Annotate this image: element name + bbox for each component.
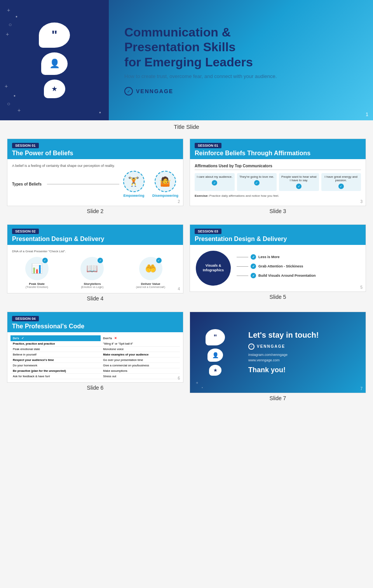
deliver-value-sub: (and not a Commercial!)	[136, 286, 165, 288]
point-check-2: ✓	[251, 264, 256, 269]
peak-state-label: Peak State	[25, 282, 49, 286]
s7-star-bubble: ★	[209, 365, 221, 376]
check-icon-4: ✓	[338, 184, 344, 189]
slide3-title: Reinforce Beliefs Through Affirmations	[195, 150, 361, 157]
slide2: SESSION 01 The Power of Beliefs A belief…	[7, 139, 183, 206]
s7-person-bubble: 👤	[207, 349, 223, 362]
title-left-panel: + • ○ + + • ○ + • " 👤 ★	[0, 0, 109, 120]
person-bubble-icon: 👤	[41, 52, 68, 75]
plus-icon2: +	[6, 31, 9, 37]
s7-website: www.venngage.com	[248, 357, 358, 363]
affirmations-subtitle: Affirmations Used by Top Communicators	[195, 164, 361, 170]
storytellers-icon-box: ✓ 📖	[80, 257, 104, 280]
deliver-value-item: ✓ 🤲 Deliver Value (and not a Commercial!…	[136, 257, 165, 288]
slide3-session-badge: SESSION 01	[195, 143, 221, 148]
affirmation-card-3: People want to hear what I have to say. …	[279, 173, 319, 191]
point-check-1: ✓	[251, 254, 256, 260]
slide5-body: Visuals & Infographics ✓ Less is More ✓ …	[190, 245, 366, 291]
slide2-num: 2	[178, 199, 180, 204]
s7-quote-mark: "	[214, 333, 217, 342]
dna-text: DNA of a Great Presenter "Check List".	[12, 250, 178, 253]
beliefs-row: Types of Beliefs 🏋 Empowering 🤷	[12, 171, 178, 198]
disempowering-label: Disempowering	[152, 194, 178, 198]
donts-cell: Stress out	[101, 374, 180, 379]
circle-icon2: ○	[7, 101, 10, 107]
affirmation-card-2: They're going to love me. ✓	[237, 173, 277, 191]
star-icon: ★	[51, 85, 58, 93]
donts-cell: Monotone voice	[101, 347, 180, 352]
title-slide: + • ○ + + • ○ + • " 👤 ★ Communication & …	[0, 0, 373, 135]
slide6-wrapper: SESSION 04 The Professional's Code Do's …	[4, 309, 186, 408]
slide2-body: A belief is a feeling of certainty that …	[7, 159, 183, 206]
affirmation-card-4: I have great energy and passion. ✓	[321, 173, 361, 191]
deliver-check-icon: ✓	[156, 258, 162, 263]
dos-header: Do's ✓	[10, 335, 101, 341]
quote-mark: "	[51, 29, 57, 41]
empowering-circle: 🏋	[123, 171, 145, 192]
slides-grid: SESSION 01 The Power of Beliefs A belief…	[0, 135, 373, 408]
storytellers-item: ✓ 📖 Storytellers (Emotion vs Logic)	[80, 257, 104, 288]
slide7-caption: Slide 7	[190, 393, 366, 405]
affirmation-card-1: I care about my audience. ✓	[195, 173, 235, 191]
slide3-body: Affirmations Used by Top Communicators I…	[190, 159, 366, 206]
slide4-header: SESSION 02 Presentation Design & Deliver…	[7, 225, 183, 245]
point-2: ✓ Grab Attention - Stickiness	[237, 264, 360, 269]
slide6-body: Do's ✓ Don'ts ✕ Practice, practice and p…	[7, 332, 183, 382]
main-title: Communication & Presentation Skills for …	[124, 25, 357, 69]
slide2-wrapper: SESSION 01 The Power of Beliefs A belief…	[4, 135, 186, 221]
s7-plus2: +	[196, 380, 198, 385]
dos-cell: Peak emotional state	[10, 347, 101, 352]
story-check-icon: ✓	[98, 258, 103, 263]
dot-line-1	[237, 257, 248, 257]
point-label-1: Less is More	[258, 255, 280, 259]
visuals-circle: Visuals & Infographics	[196, 251, 231, 286]
s7-star-icon: ★	[213, 368, 218, 373]
brand-label: VENNGAGE	[136, 88, 173, 94]
slide4-session-badge: SESSION 02	[12, 229, 39, 234]
quote-bubble-icon: "	[39, 23, 70, 48]
slide2-session-badge: SESSION 01	[12, 143, 39, 148]
deliver-value-label: Deliver Value	[136, 282, 165, 286]
donts-cell: Go over your presentation time	[101, 357, 180, 363]
point-check-3: ✓	[251, 273, 256, 278]
disempowering-circle: 🤷	[155, 171, 176, 192]
point-label-2: Grab Attention - Stickiness	[258, 264, 303, 268]
slide-number: 1	[366, 112, 368, 117]
donts-cell: Make assumptions	[101, 368, 180, 374]
title-right-panel: Communication & Presentation Skills for …	[109, 0, 373, 120]
slide5-session-badge: SESSION 03	[195, 229, 221, 234]
disempowering-symbol: 🤷	[159, 176, 171, 187]
point-1: ✓ Less is More	[237, 254, 360, 260]
slide4-wrapper: SESSION 02 Presentation Design & Deliver…	[4, 221, 186, 309]
subtitle: How to create trust, overcome fear, and …	[124, 73, 357, 79]
slide2-title: The Power of Beliefs	[12, 150, 178, 157]
person-icon: 👤	[49, 59, 60, 69]
brand-row: VENNGAGE	[124, 87, 357, 95]
dot-icon3: •	[99, 109, 101, 116]
s7-thankyou: Thank you!	[248, 366, 358, 374]
point-label-3: Build Visuals Around Presentation	[258, 274, 316, 278]
disempowering-icon-box: 🤷 Disempowering	[152, 171, 178, 198]
donts-cell: Give a commercial on you/business	[101, 363, 180, 368]
donts-cell: Make examples of your audience	[101, 352, 180, 357]
dot-icon2: •	[14, 93, 16, 99]
storytellers-sub: (Emotion vs Logic)	[80, 286, 104, 288]
slide7-num: 7	[360, 387, 363, 391]
s7-dot1: •	[221, 333, 222, 337]
s7-dot2: •	[202, 386, 203, 390]
slide6-header: SESSION 04 The Professional's Code	[7, 312, 183, 332]
dot-line-3	[237, 276, 248, 276]
points-list: ✓ Less is More ✓ Grab Attention - Sticki…	[237, 254, 360, 282]
s7-person-icon: 👤	[212, 352, 219, 358]
check-icon-2: ✓	[254, 180, 260, 186]
donts-header: Don'ts ✕	[101, 335, 180, 341]
slide7-right: Let's stay in touch! VENNGAGE instagram.…	[241, 312, 366, 393]
dos-donts-table: Do's ✓ Don'ts ✕ Practice, practice and p…	[10, 335, 180, 379]
dos-cell: Practice, practice and practice	[10, 341, 101, 347]
s7-instagram: instagram.com/venngage	[248, 352, 358, 357]
check-icon-3: ✓	[296, 184, 302, 189]
dos-cell: Believe in yourself	[10, 352, 101, 357]
deliver-value-icon-box: ✓ 🤲	[139, 257, 162, 280]
hands-icon: 🤲	[145, 263, 157, 274]
types-label: Types of Beliefs	[12, 182, 43, 186]
